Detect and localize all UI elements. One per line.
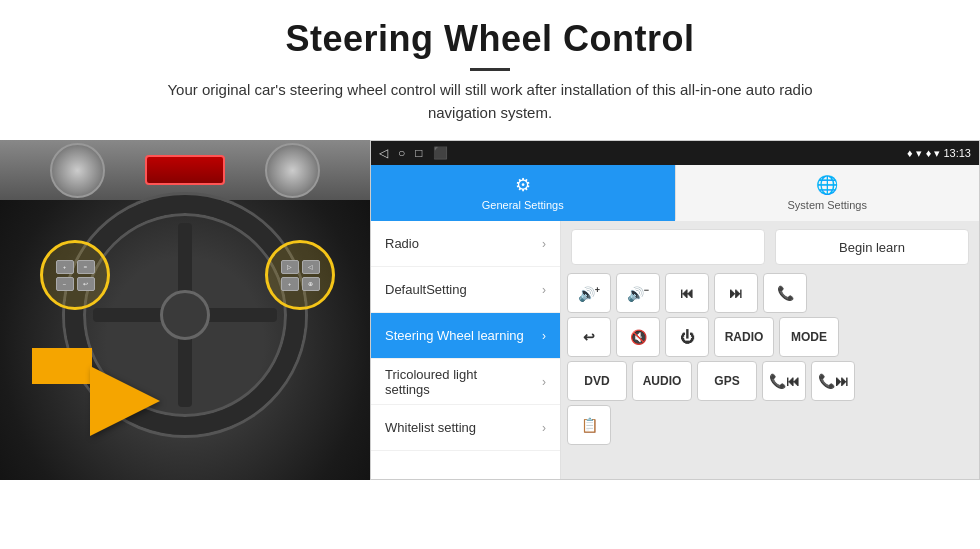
right-button-group: ▷ ◁ + ⊕ xyxy=(276,255,325,296)
chevron-tricoloured: › xyxy=(542,375,546,389)
system-settings-icon: 🌐 xyxy=(816,174,838,196)
menu-whitelist-label: Whitelist setting xyxy=(385,420,476,435)
menu-item-tricoloured[interactable]: Tricoloured lightsettings › xyxy=(371,359,560,405)
phone-next-button[interactable]: 📞⏭ xyxy=(811,361,855,401)
gauge-left xyxy=(50,143,105,198)
hangup-button[interactable]: ↩ xyxy=(567,317,611,357)
left-button-group: + ≈ − ↩ xyxy=(51,255,100,296)
menu-icon[interactable]: ⬛ xyxy=(433,146,448,160)
vol-down-button[interactable]: 🔊− xyxy=(616,273,660,313)
mute-icon: 🔇 xyxy=(630,329,647,345)
empty-input-box xyxy=(571,229,765,265)
content-section: + ≈ − ↩ ▷ ◁ + ⊕ xyxy=(0,140,980,549)
menu-steering-label: Steering Wheel learning xyxy=(385,328,524,343)
tab-bar: ⚙ General Settings 🌐 System Settings xyxy=(371,165,979,221)
chevron-radio: › xyxy=(542,237,546,251)
menu-item-whitelist[interactable]: Whitelist setting › xyxy=(371,405,560,451)
gps-label: GPS xyxy=(714,374,739,388)
chevron-whitelist: › xyxy=(542,421,546,435)
prev-track-button[interactable]: ⏮ xyxy=(665,273,709,313)
hangup-icon: ↩ xyxy=(583,329,595,345)
radio-label: RADIO xyxy=(725,330,764,344)
header-section: Steering Wheel Control Your original car… xyxy=(0,0,980,134)
control-row-2: ↩ 🔇 ⏻ RADIO MODE xyxy=(567,317,973,357)
car-image-area: + ≈ − ↩ ▷ ◁ + ⊕ xyxy=(0,140,370,480)
steering-background: + ≈ − ↩ ▷ ◁ + ⊕ xyxy=(0,140,370,480)
list-button[interactable]: 📋 xyxy=(567,405,611,445)
general-settings-icon: ⚙ xyxy=(515,174,531,196)
dashboard-top xyxy=(0,140,370,200)
menu-default-label: DefaultSetting xyxy=(385,282,467,297)
mode-button[interactable]: MODE xyxy=(779,317,839,357)
control-row-4: 📋 xyxy=(567,405,973,445)
mute-button[interactable]: 🔇 xyxy=(616,317,660,357)
wheel-btn-r4: ⊕ xyxy=(302,277,320,291)
menu-radio-label: Radio xyxy=(385,236,419,251)
title-divider xyxy=(470,68,510,71)
yellow-circle-right: ▷ ◁ + ⊕ xyxy=(265,240,335,310)
dvd-button[interactable]: DVD xyxy=(567,361,627,401)
audio-button[interactable]: AUDIO xyxy=(632,361,692,401)
next-track-button[interactable]: ⏭ xyxy=(714,273,758,313)
page-wrapper: Steering Wheel Control Your original car… xyxy=(0,0,980,549)
arrow-head xyxy=(90,366,160,436)
vol-up-icon: 🔊+ xyxy=(578,285,600,302)
control-row-3: DVD AUDIO GPS 📞⏮ 📞⏭ xyxy=(567,361,973,401)
mode-label: MODE xyxy=(791,330,827,344)
wheel-btn-r3: + xyxy=(281,277,299,291)
radio-button[interactable]: RADIO xyxy=(714,317,774,357)
nav-icons: ◁ ○ □ ⬛ xyxy=(379,146,448,160)
wheel-center-hub xyxy=(160,290,210,340)
wheel-btn-r2: ◁ xyxy=(302,260,320,274)
control-row-1: 🔊+ 🔊− ⏮ ⏭ 📞 xyxy=(567,273,973,313)
chevron-default: › xyxy=(542,283,546,297)
wheel-btn-r1: ▷ xyxy=(281,260,299,274)
menu-item-radio[interactable]: Radio › xyxy=(371,221,560,267)
menu-item-steering-wheel[interactable]: Steering Wheel learning › xyxy=(371,313,560,359)
phone-icon: 📞 xyxy=(777,285,794,301)
yellow-circle-left: + ≈ − ↩ xyxy=(40,240,110,310)
tab-general-label: General Settings xyxy=(482,199,564,211)
list-icon: 📋 xyxy=(581,417,598,433)
vol-down-icon: 🔊− xyxy=(627,285,649,302)
panel-content: Begin learn 🔊+ 🔊− ⏮ xyxy=(561,221,979,479)
subtitle-text: Your original car's steering wheel contr… xyxy=(140,79,840,124)
phone-next-icon: 📞⏭ xyxy=(818,373,849,389)
tab-system-label: System Settings xyxy=(788,199,867,211)
arrow-tail xyxy=(32,348,92,384)
gauge-right xyxy=(265,143,320,198)
phone-prev-button[interactable]: 📞⏮ xyxy=(762,361,806,401)
content-area: Radio › DefaultSetting › Steering Wheel … xyxy=(371,221,979,479)
wheel-btn-plus: + xyxy=(56,260,74,274)
next-track-icon: ⏭ xyxy=(729,285,743,301)
prev-track-icon: ⏮ xyxy=(680,285,694,301)
status-right: ♦ ▾ ♦ ▾ 13:13 xyxy=(907,147,971,160)
menu-item-default-setting[interactable]: DefaultSetting › xyxy=(371,267,560,313)
arrow-container xyxy=(90,366,160,440)
tab-system-settings[interactable]: 🌐 System Settings xyxy=(675,165,980,221)
wheel-btn-phone: ↩ xyxy=(77,277,95,291)
android-panel: ◁ ○ □ ⬛ ♦ ▾ ♦ ▾ 13:13 ⚙ General Settings… xyxy=(370,140,980,480)
power-icon: ⏻ xyxy=(680,329,694,345)
power-button[interactable]: ⏻ xyxy=(665,317,709,357)
recents-icon[interactable]: □ xyxy=(415,146,422,160)
page-title: Steering Wheel Control xyxy=(60,18,920,60)
status-bar: ◁ ○ □ ⬛ ♦ ▾ ♦ ▾ 13:13 xyxy=(371,141,979,165)
vol-up-button[interactable]: 🔊+ xyxy=(567,273,611,313)
dvd-label: DVD xyxy=(584,374,609,388)
top-row: Begin learn xyxy=(567,225,973,269)
signal-icon: ♦ ▾ xyxy=(907,147,922,160)
time-display: ♦ ▾ 13:13 xyxy=(926,147,971,160)
phone-prev-icon: 📞⏮ xyxy=(769,373,800,389)
phone-button[interactable]: 📞 xyxy=(763,273,807,313)
audio-label: AUDIO xyxy=(643,374,682,388)
menu-tricoloured-label: Tricoloured lightsettings xyxy=(385,367,477,397)
tab-general-settings[interactable]: ⚙ General Settings xyxy=(371,165,675,221)
begin-learn-button[interactable]: Begin learn xyxy=(775,229,969,265)
home-icon[interactable]: ○ xyxy=(398,146,405,160)
wheel-btn-mode: ≈ xyxy=(77,260,95,274)
gps-button[interactable]: GPS xyxy=(697,361,757,401)
chevron-steering: › xyxy=(542,329,546,343)
menu-list: Radio › DefaultSetting › Steering Wheel … xyxy=(371,221,561,479)
back-icon[interactable]: ◁ xyxy=(379,146,388,160)
